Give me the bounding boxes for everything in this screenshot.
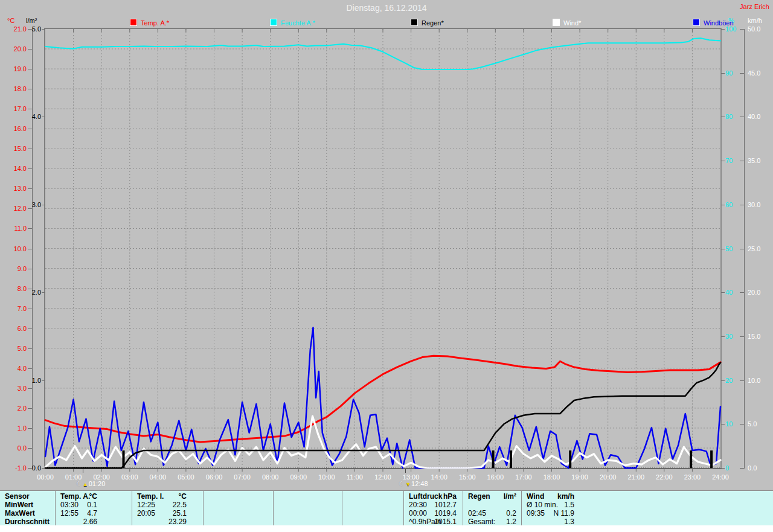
axis-tick [721,29,725,30]
temp-axis-tick-label: 11.0 [5,225,27,232]
axis-tick [721,424,725,425]
legend-color-swatch [130,19,137,26]
axis-tick [28,69,32,69]
table-cell-value: 2.66 [60,518,97,526]
table-row-label: MinWert [5,501,53,509]
legend-item-tempa[interactable]: Temp. A.* [130,19,169,27]
temp-axis-tick-label: 1.0 [5,425,27,432]
wind-axis-tick-label: 0.0 [748,465,768,472]
axis-tick [28,149,32,149]
table-separator [132,491,132,526]
hour-axis-tick-label: 19:00 [568,474,592,481]
legend-item-regen[interactable]: Regen* [411,19,444,27]
hour-axis-tick-label: 04:00 [146,474,170,481]
rain-event-bar [492,450,495,468]
wind-axis-tick-label: 50.0 [748,26,768,33]
hour-axis-tick-label: 09:00 [286,474,310,481]
moon-icon: ☾ [76,480,82,487]
axis-tick [740,292,744,293]
axis-tick [721,380,725,381]
temp-axis-tick-label: 19.0 [5,66,27,72]
rain-event-bar [710,450,713,468]
table-cell-value: 1019.4 [409,509,457,518]
axis-tick [721,161,725,161]
humidity-axis-tick-label: 80 [725,114,741,120]
axis-tick [740,249,744,249]
hour-axis-tick-label: 05:00 [174,474,198,481]
axis-tick [740,117,744,117]
axis-tick [42,117,45,117]
axis-tick [740,161,744,161]
hour-axis-tick-label: 14:00 [427,474,451,481]
hour-axis-tick-label: 16:00 [483,474,507,481]
wind-axis-tick-label: 10.0 [748,377,768,384]
axis-tick [28,448,32,449]
humidity-axis-tick-label: 0 [725,465,741,472]
rain-event-bar [690,450,692,468]
hour-axis-tick-label: 06:00 [202,474,226,481]
temp-axis-tick-label: 3.0 [5,385,27,392]
legend-color-swatch [693,19,700,26]
hour-axis-tick-label: 22:00 [652,474,676,481]
rain-axis-tick-label: 5.0 [23,26,41,33]
axis-tick [28,49,32,50]
hour-axis-tick-label: 00:00 [33,474,57,481]
humidity-axis-tick-label: 30 [725,333,741,340]
hour-axis-tick-label: 21:00 [624,474,648,481]
axis-tick [740,380,744,381]
temp-axis-tick-label: 20.0 [5,46,27,53]
hour-axis-tick-label: 08:00 [258,474,283,481]
humidity-axis-tick-label: 100 [725,26,741,33]
series-tempa [45,356,720,442]
hour-axis-tick-label: 10:00 [315,474,339,481]
hour-axis-tick-label: 12:00 [371,474,395,481]
temp-axis-tick-label: 15.0 [5,146,27,152]
hour-axis-tick-label: 17:00 [512,474,536,481]
moonrise-arrow-icon: ▲ [83,481,88,487]
humidity-axis-tick-label: 70 [725,158,741,164]
table-row-label: Sensor [5,492,53,501]
moon-icon: ☾ [399,480,405,487]
plot-area[interactable] [45,29,720,468]
wind-axis-tick-label: 35.0 [748,158,768,164]
temp-axis-unit: °C [7,17,14,24]
hour-axis-tick-label: 18:00 [540,474,564,481]
temp-axis-tick-label: 9.0 [5,266,27,272]
table-col-unit: °C [60,492,97,501]
legend-label: Temp. A.* [141,19,169,27]
legend-color-swatch [553,19,560,26]
wind-axis-tick-label: 40.0 [748,114,768,120]
table-cell-value: 1.5 [527,501,574,509]
moonrise-tick [83,469,83,473]
axis-tick [28,368,32,369]
table-row-label: Durchschnitt [5,518,53,526]
humidity-axis-tick-label: 60 [725,202,741,208]
axis-tick [28,168,32,169]
wind-axis-tick-label: 30.0 [748,202,768,208]
moonset-tick [405,469,406,473]
table-cell-value: 1015.1 [409,518,457,526]
legend-item-wind[interactable]: Wind* [553,19,581,27]
table-row-label: MaxWert [5,509,53,518]
wind-axis-tick-label: 25.0 [748,246,768,252]
temp-axis-tick-label: 13.0 [5,185,27,192]
axis-tick [28,109,32,109]
table-col-unit: km/h [527,492,574,501]
axis-tick [28,208,32,209]
axis-tick [28,228,32,229]
moonrise-time-label: 01:20 [89,480,106,487]
weather-chart-window: Dienstag, 16.12.2014 Jarz Erich °C l/m² … [0,0,773,532]
humidity-axis-tick-label: 90 [725,70,741,77]
hour-axis-tick-label: 15:00 [455,474,480,481]
rain-axis-tick-label: 4.0 [23,114,41,120]
table-cell-value: 1.2 [468,518,516,526]
axis-tick [744,29,745,469]
table-cell-value: 25.1 [137,509,187,518]
axis-tick [721,336,725,337]
axis-tick [28,309,32,309]
hour-axis-tick-label: 24:00 [708,474,733,481]
temp-axis-tick-label: 0.0 [5,445,27,452]
temp-axis-tick-label: 4.0 [5,365,27,372]
table-separator [273,491,274,526]
legend-item-feuchtea[interactable]: Feuchte A.* [270,19,315,27]
